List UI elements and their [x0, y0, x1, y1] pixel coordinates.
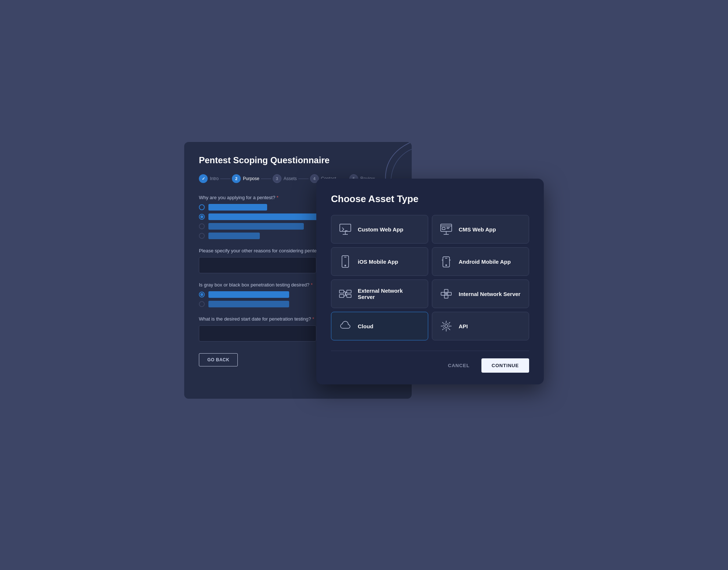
- step-line-1: [220, 179, 230, 179]
- svg-point-13: [345, 265, 346, 266]
- step-assets-circle: 3: [273, 174, 281, 183]
- radio-3[interactable]: [199, 223, 205, 229]
- mobile-ios-icon: [339, 255, 352, 268]
- asset-label-cloud: Cloud: [358, 323, 374, 329]
- asset-card-external-network-server[interactable]: External Network Server: [331, 279, 428, 308]
- step-line-3: [298, 179, 309, 179]
- step-intro-circle: ✓: [199, 174, 208, 183]
- q3-bar-2: [208, 301, 289, 307]
- asset-card-ios-mobile-app[interactable]: iOS Mobile App: [331, 247, 428, 276]
- svg-point-35: [443, 323, 449, 329]
- q3-bar-1: [208, 291, 289, 298]
- option-bar-1: [208, 204, 267, 211]
- radio-1[interactable]: [199, 204, 205, 210]
- svg-point-34: [445, 325, 448, 328]
- svg-rect-29: [448, 292, 451, 295]
- asset-label-api: API: [459, 323, 468, 329]
- q2-input[interactable]: [199, 257, 316, 273]
- svg-rect-11: [342, 256, 349, 267]
- option-bar-3: [208, 223, 304, 230]
- svg-rect-8: [442, 227, 445, 230]
- asset-label-cms-web-app: CMS Web App: [459, 226, 496, 233]
- asset-card-android-mobile-app[interactable]: Android Mobile App: [432, 247, 529, 276]
- svg-point-16: [446, 265, 447, 266]
- continue-button[interactable]: CONTINUE: [481, 358, 529, 373]
- mobile-android-icon: [440, 255, 453, 268]
- radio-4[interactable]: [199, 233, 205, 239]
- svg-rect-22: [347, 295, 351, 297]
- svg-rect-21: [347, 290, 351, 293]
- q3-radio-2[interactable]: [199, 301, 205, 307]
- asset-label-android-mobile-app: Android Mobile App: [459, 259, 511, 265]
- modal-title: Choose Asset Type: [331, 193, 529, 205]
- modal-footer: CANCEL CONTINUE: [331, 351, 529, 373]
- questionnaire-title: Pentest Scoping Questionnaire: [199, 155, 397, 165]
- asset-label-internal-network-server: Internal Network Server: [459, 291, 520, 297]
- monitor-code-icon: [339, 223, 352, 236]
- svg-rect-28: [441, 292, 445, 295]
- asset-card-api[interactable]: API: [432, 312, 529, 340]
- step-intro[interactable]: ✓ Intro: [199, 174, 219, 183]
- radio-2[interactable]: [199, 214, 205, 220]
- svg-rect-31: [444, 295, 448, 298]
- monitor-cms-icon: [440, 223, 453, 236]
- step-purpose-circle: 2: [232, 174, 241, 183]
- network-external-icon: [339, 287, 352, 300]
- asset-label-ios-mobile-app: iOS Mobile App: [358, 259, 398, 265]
- asset-label-external-network-server: External Network Server: [358, 288, 421, 300]
- cloud-icon: [339, 319, 352, 333]
- asset-grid: Custom Web App CMS Web App: [331, 215, 529, 340]
- asset-card-cloud[interactable]: Cloud: [331, 312, 428, 340]
- q4-input[interactable]: [199, 325, 316, 341]
- cancel-button[interactable]: CANCEL: [442, 359, 476, 372]
- step-line-2: [261, 179, 271, 179]
- svg-rect-30: [444, 289, 448, 292]
- option-bar-2: [208, 213, 318, 220]
- asset-type-modal: Choose Asset Type Custom Web App: [316, 179, 544, 384]
- step-assets-label: Assets: [284, 176, 297, 181]
- option-bar-4: [208, 233, 260, 239]
- go-back-button[interactable]: GO BACK: [199, 353, 238, 366]
- network-internal-icon: [440, 287, 453, 300]
- step-purpose[interactable]: 2 Purpose: [232, 174, 259, 183]
- step-intro-label: Intro: [210, 176, 219, 181]
- asset-card-internal-network-server[interactable]: Internal Network Server: [432, 279, 529, 308]
- svg-rect-19: [339, 290, 344, 293]
- api-gear-icon: [440, 319, 453, 333]
- q3-radio-1[interactable]: [199, 292, 205, 297]
- asset-card-cms-web-app[interactable]: CMS Web App: [432, 215, 529, 244]
- asset-label-custom-web-app: Custom Web App: [358, 226, 403, 233]
- step-purpose-label: Purpose: [243, 176, 259, 181]
- asset-card-custom-web-app[interactable]: Custom Web App: [331, 215, 428, 244]
- svg-rect-20: [339, 295, 344, 297]
- step-assets[interactable]: 3 Assets: [273, 174, 297, 183]
- svg-rect-0: [340, 224, 351, 231]
